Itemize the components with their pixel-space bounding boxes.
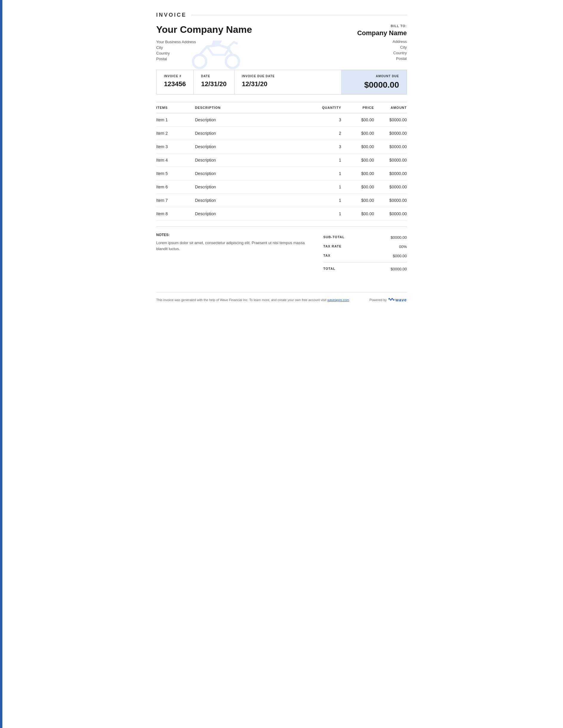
- table-row: Item 4 Description 1 $00.00 $0000.00: [156, 154, 407, 167]
- row-item: Item 7: [156, 194, 195, 207]
- row-description: Description: [195, 207, 312, 221]
- col-header-items: ITEMS: [156, 102, 195, 113]
- invoice-title-row: INVOICE: [156, 12, 407, 18]
- row-price: $00.00: [341, 167, 374, 180]
- col-header-description: DESCRIPTION: [195, 102, 312, 113]
- row-amount: $0000.00: [374, 180, 407, 194]
- tax-value: $000.00: [393, 254, 407, 258]
- invoice-amount-label: AMOUNT DUE: [349, 75, 399, 78]
- title-divider: [191, 15, 407, 15]
- bill-to-block: BILL TO: Company Name Address City Count…: [347, 24, 407, 62]
- watermark-icon: [186, 21, 246, 76]
- row-quantity: 1: [312, 180, 341, 194]
- invoice-info-left: INVOICE # 123456 DATE 12/31/20 INVOICE D…: [157, 70, 341, 94]
- row-price: $00.00: [341, 194, 374, 207]
- row-price: $00.00: [341, 140, 374, 154]
- row-amount: $0000.00: [374, 194, 407, 207]
- footer-text-content: This invoice was generated with the help…: [156, 298, 327, 302]
- totals-block: SUB-TOTAL $0000.00 TAX RATE 00% TAX $000…: [324, 233, 407, 274]
- subtotal-value: $0000.00: [391, 235, 407, 240]
- total-row: TOTAL $0000.00: [324, 264, 407, 274]
- row-description: Description: [195, 180, 312, 194]
- row-item: Item 5: [156, 167, 195, 180]
- row-amount: $0000.00: [374, 207, 407, 221]
- row-item: Item 3: [156, 140, 195, 154]
- footer-section: NOTES: Lorem ipsum dolor sit amet, conse…: [156, 227, 407, 274]
- bottom-footer: This invoice was generated with the help…: [156, 292, 407, 303]
- items-table: ITEMS DESCRIPTION QUANTITY PRICE AMOUNT …: [156, 102, 407, 221]
- table-row: Item 6 Description 1 $00.00 $0000.00: [156, 180, 407, 194]
- row-amount: $0000.00: [374, 113, 407, 127]
- total-label: TOTAL: [324, 267, 336, 271]
- tax-rate-row: TAX RATE 00%: [324, 242, 407, 251]
- row-price: $00.00: [341, 154, 374, 167]
- footer-text: This invoice was generated with the help…: [156, 298, 350, 302]
- notes-text: Lorem ipsum dolor sit amet, consectetur …: [156, 240, 306, 252]
- table-row: Item 2 Description 2 $00.00 $0000.00: [156, 127, 407, 140]
- row-price: $00.00: [341, 113, 374, 127]
- row-description: Description: [195, 167, 312, 180]
- footer-link[interactable]: waveapps.com: [327, 298, 349, 302]
- bill-to-label: BILL TO:: [347, 24, 407, 28]
- bill-to-address: Address: [347, 39, 407, 44]
- totals-divider: [324, 262, 407, 262]
- table-header-row: ITEMS DESCRIPTION QUANTITY PRICE AMOUNT: [156, 102, 407, 113]
- invoice-title: INVOICE: [156, 12, 187, 18]
- row-amount: $0000.00: [374, 140, 407, 154]
- row-item: Item 6: [156, 180, 195, 194]
- bill-to-country: Country: [347, 51, 407, 55]
- row-amount: $0000.00: [374, 167, 407, 180]
- wave-logo-text: wave: [395, 298, 407, 302]
- row-description: Description: [195, 113, 312, 127]
- table-row: Item 3 Description 3 $00.00 $0000.00: [156, 140, 407, 154]
- col-header-quantity: QUANTITY: [312, 102, 341, 113]
- wave-logo-icon: [389, 297, 395, 303]
- subtotal-row: SUB-TOTAL $0000.00: [324, 233, 407, 242]
- row-description: Description: [195, 154, 312, 167]
- invoice-number-label: INVOICE #: [164, 75, 186, 78]
- table-row: Item 5 Description 1 $00.00 $0000.00: [156, 167, 407, 180]
- subtotal-label: SUB-TOTAL: [324, 235, 345, 240]
- invoice-amount-cell: AMOUNT DUE $0000.00: [341, 70, 407, 94]
- company-block: Your Company Name Your Business Address …: [156, 24, 407, 62]
- invoice-due-date-label: INVOICE DUE DATE: [242, 75, 275, 78]
- row-description: Description: [195, 140, 312, 154]
- bill-to-company-name: Company Name: [347, 29, 407, 37]
- row-quantity: 1: [312, 194, 341, 207]
- wave-logo: wave: [389, 297, 407, 303]
- row-quantity: 3: [312, 113, 341, 127]
- row-item: Item 1: [156, 113, 195, 127]
- invoice-amount-value: $0000.00: [349, 80, 399, 90]
- tax-label: TAX: [324, 254, 331, 258]
- row-item: Item 8: [156, 207, 195, 221]
- row-item: Item 4: [156, 154, 195, 167]
- row-amount: $0000.00: [374, 154, 407, 167]
- row-description: Description: [195, 127, 312, 140]
- row-quantity: 2: [312, 127, 341, 140]
- powered-by: Powered by wave: [369, 297, 407, 303]
- powered-by-text: Powered by: [369, 298, 387, 302]
- invoice-due-date-value: 12/31/20: [242, 80, 275, 88]
- row-price: $00.00: [341, 127, 374, 140]
- row-description: Description: [195, 194, 312, 207]
- notes-block: NOTES: Lorem ipsum dolor sit amet, conse…: [156, 233, 306, 274]
- total-value: $0000.00: [391, 267, 407, 271]
- row-price: $00.00: [341, 207, 374, 221]
- row-price: $00.00: [341, 180, 374, 194]
- notes-label: NOTES:: [156, 233, 306, 237]
- row-quantity: 1: [312, 207, 341, 221]
- table-row: Item 7 Description 1 $00.00 $0000.00: [156, 194, 407, 207]
- company-left: Your Company Name Your Business Address …: [156, 24, 252, 62]
- table-row: Item 1 Description 3 $00.00 $0000.00: [156, 113, 407, 127]
- table-row: Item 8 Description 1 $00.00 $0000.00: [156, 207, 407, 221]
- invoice-date-value: 12/31/20: [201, 80, 227, 88]
- row-amount: $0000.00: [374, 127, 407, 140]
- row-quantity: 1: [312, 167, 341, 180]
- bill-to-city: City: [347, 45, 407, 49]
- svg-point-1: [226, 55, 239, 68]
- row-item: Item 2: [156, 127, 195, 140]
- row-quantity: 1: [312, 154, 341, 167]
- row-quantity: 3: [312, 140, 341, 154]
- tax-rate-label: TAX RATE: [324, 244, 342, 249]
- header-section: INVOICE Your Com: [156, 12, 407, 62]
